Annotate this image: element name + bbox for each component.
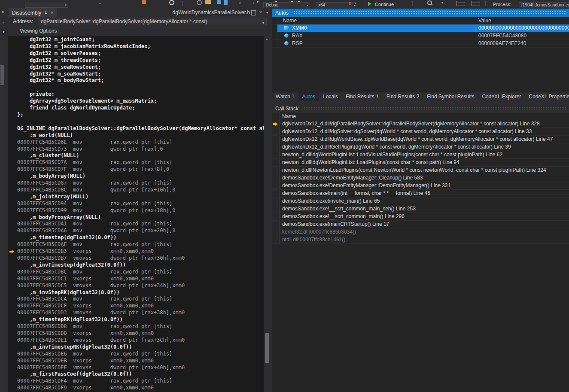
breakpoint-gutter[interactable]	[8, 36, 17, 43]
breakpoint-gutter[interactable]	[8, 112, 17, 119]
tool-tab-find-results-2[interactable]: Find Results 2	[383, 92, 423, 101]
callstack-title-bar[interactable]: Call Stack	[272, 104, 569, 112]
breakpoint-gutter[interactable]	[8, 71, 17, 78]
callstack-frame[interactable]: kernel32.dll!00007ffc88503034()	[272, 228, 569, 236]
breakpoint-gutter[interactable]	[8, 351, 17, 358]
callstack-frame[interactable]: newton_d.dll!NewtonLoadPlugins(const New…	[272, 167, 569, 174]
pin-icon[interactable]	[44, 11, 48, 15]
asm-line[interactable]: 00007FFC54B5CD73 mov qword ptr [rax],0	[8, 146, 264, 153]
viewing-options-expander[interactable]: Viewing Options	[8, 26, 270, 36]
breakpoint-gutter[interactable]	[8, 159, 17, 166]
breakpoint-gutter[interactable]	[8, 43, 17, 50]
toolbar-icon[interactable]	[257, 1, 259, 3]
disassembly-view[interactable]: dgInt32 m_jointCount; dgInt32 m_jacobian…	[8, 36, 270, 392]
source-line[interactable]	[8, 119, 264, 125]
asm-line[interactable]: 00007FFC54B5CDF9 vxorps xmm0,xmm0,xmm0	[8, 385, 264, 392]
register-value[interactable]: 00000000000000000000000000000000	[478, 24, 569, 32]
breakpoint-gutter[interactable]	[8, 139, 17, 146]
frame-gutter[interactable]	[272, 151, 280, 158]
frame-gutter[interactable]	[272, 136, 280, 143]
callstack-frame[interactable]: dgNewtonDx12_d.dll!dgSolver::dgSolver(dg…	[272, 128, 569, 136]
asm-line[interactable]: 00007FFC54B5CDF4 mov rax,qword ptr [this…	[8, 378, 264, 385]
asm-line[interactable]: 00007FFC54B5CDCA mov rax,qword ptr [this…	[8, 296, 264, 303]
breakpoint-gutter[interactable]	[8, 255, 17, 262]
source-line[interactable]	[8, 84, 264, 91]
tool-tab-locals[interactable]: Locals	[319, 92, 342, 101]
memory-window-icon[interactable]	[472, 1, 480, 6]
asm-line[interactable]: 00007FFC54B5CDA6 mov qword ptr [rax+20h]…	[8, 228, 264, 234]
source-line[interactable]: dgInt32 m_jacobianMatrixRowAtomicIndex;	[8, 43, 264, 50]
source-line[interactable]: dgInt32 m_jointCount;	[8, 36, 264, 43]
toolbar-icon[interactable]	[197, 0, 202, 5]
chevron-down-icon[interactable]: ▾	[266, 11, 268, 15]
breakpoint-gutter[interactable]	[8, 187, 17, 194]
solution-configuration-combo[interactable]: Debug▾	[263, 2, 310, 8]
chevron-down-icon[interactable]: ▾	[1, 29, 6, 35]
address-combo[interactable]: dgParallelBodySolver::dgParallelBodySolv…	[38, 18, 267, 25]
window-icon[interactable]	[217, 0, 221, 4]
chevron-left-icon[interactable]: ‹	[253, 0, 254, 6]
callstack-frame[interactable]: demosSandbox.exe!mainCRTStartup() Line 1…	[272, 221, 569, 228]
callstack-frame[interactable]: dgNewtonDx12_d.dll!dgParallelBodySolver:…	[272, 120, 569, 128]
callstack-frame[interactable]: newton_d.dll!dgWorldPluginList::LoadPlug…	[272, 159, 569, 167]
tool-tab-codexl-explorer[interactable]: CodeXL Explorer	[478, 92, 525, 101]
folder-icon[interactable]	[205, 0, 211, 4]
source-line[interactable]: };	[8, 112, 264, 119]
scrollbar-thumb[interactable]	[265, 333, 269, 363]
frame-gutter[interactable]	[272, 198, 280, 205]
asm-line[interactable]: 00007FFC54B5CDEF vmovss dword ptr [rax+4…	[8, 365, 264, 371]
source-line[interactable]: dgArray<dgSolverSoaElement> m_massMatrix…	[8, 98, 264, 105]
tool-tab-find-symbol-results[interactable]: Find Symbol Results	[423, 92, 478, 101]
breakpoint-gutter[interactable]	[8, 385, 17, 392]
breakpoint-gutter[interactable]	[8, 84, 17, 91]
breakpoint-gutter[interactable]	[8, 119, 17, 125]
stop-icon[interactable]	[142, 0, 146, 4]
breakpoint-gutter[interactable]	[8, 146, 17, 153]
source-line[interactable]: :m_world(NULL)	[8, 132, 264, 139]
close-icon[interactable]: ×	[239, 0, 241, 6]
frame-gutter[interactable]	[272, 174, 280, 182]
asm-line[interactable]: 00007FFC54B5CDE6 mov rax,qword ptr [this…	[8, 351, 264, 358]
asm-line[interactable]: 00007FFC54B5CDD3 vmovss dword ptr [rax+3…	[8, 310, 264, 316]
continue-play-icon[interactable]	[368, 2, 374, 6]
chevron-down-icon[interactable]: ⌄	[354, 0, 357, 6]
source-line[interactable]: ,m_timestep(dgFloat32(0.0f))	[8, 234, 264, 241]
asm-line[interactable]: 00007FFC54B5CDB3 vxorps xmm0,xmm0,xmm0	[8, 248, 264, 255]
restart-icon[interactable]	[169, 0, 174, 5]
source-line[interactable]: dgInt32 m_solverPasses;	[8, 50, 264, 57]
breakpoint-gutter[interactable]	[8, 276, 17, 283]
asm-line[interactable]: 00007FFC54B5CD7A mov rax,qword ptr [this…	[8, 159, 264, 166]
source-line[interactable]: ,m_firstPassCoef(dgFloat32(0.0f))	[8, 371, 264, 378]
close-icon[interactable]: ×	[51, 10, 53, 15]
register-value[interactable]: 0000009AE74FE240	[478, 40, 526, 47]
callstack-frame[interactable]: demosSandbox.exe!__scrt_common_main() Li…	[272, 213, 569, 221]
source-line[interactable]: ,m_invStepRK(dgFloat32(0.0f))	[8, 289, 264, 296]
tool-tab-watch-1[interactable]: Watch 1	[272, 92, 298, 101]
breakpoint-gutter[interactable]	[8, 152, 17, 159]
tool-tab-autos[interactable]: Autos	[298, 92, 319, 101]
process-combo[interactable]: [1904] demosSandbox.exe	[519, 2, 569, 8]
breakpoint-gutter[interactable]	[8, 234, 17, 241]
callstack-frame[interactable]: demosSandbox.exe!DemoEntityManager::Clea…	[272, 174, 569, 182]
breakpoint-gutter[interactable]	[8, 269, 17, 276]
source-line[interactable]: dgInt32* m_soaRowStart;	[8, 71, 264, 78]
frame-gutter[interactable]	[272, 221, 280, 228]
memory-window-icon[interactable]	[456, 1, 465, 6]
source-line[interactable]: dgInt32 m_threadCounts;	[8, 57, 264, 64]
frame-gutter[interactable]	[272, 182, 280, 189]
frame-gutter[interactable]	[272, 143, 280, 151]
asm-line[interactable]: 00007FFC54B5CD6E mov rax,qword ptr [this…	[8, 139, 264, 146]
continue-button[interactable]: Continue	[375, 2, 394, 7]
source-line[interactable]: dgInt32* m_bodyRowStart;	[8, 77, 264, 84]
asm-line[interactable]: 00007FFC54B5CDA1 mov rax,qword ptr [this…	[8, 221, 264, 228]
register-value[interactable]: 00007FFC54C48080	[478, 32, 526, 40]
breakpoint-gutter[interactable]	[8, 262, 17, 269]
callstack-frame[interactable]: demosSandbox.exe!invoke_main() Line 65	[272, 198, 569, 205]
breakpoint-gutter[interactable]	[8, 316, 17, 323]
breakpoint-gutter[interactable]	[8, 371, 17, 378]
breakpoint-gutter[interactable]	[8, 214, 17, 221]
breakpoint-gutter[interactable]	[8, 194, 17, 201]
asm-line[interactable]: 00007FFC54B5CD94 mov rax,qword ptr [this…	[8, 201, 264, 207]
breakpoint-gutter[interactable]	[8, 98, 17, 105]
vertical-scrollbar[interactable]: ▲	[264, 36, 270, 392]
